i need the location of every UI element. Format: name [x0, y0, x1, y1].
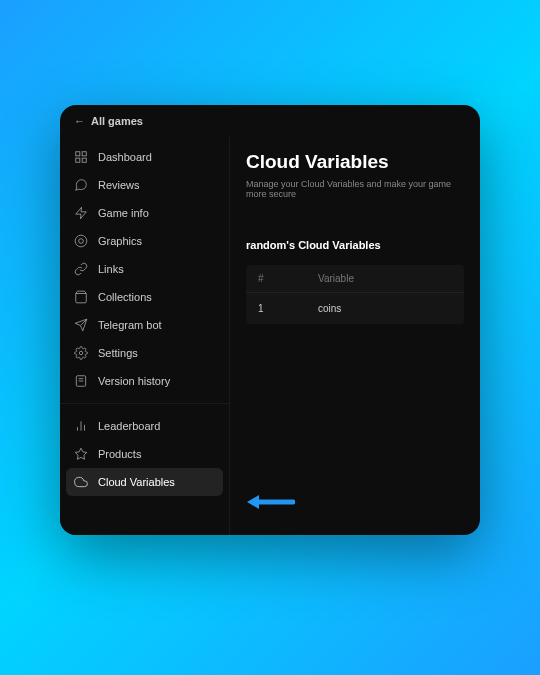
variables-table: # Variable 1 coins	[246, 265, 464, 324]
telegram-icon	[74, 318, 88, 332]
sidebar-item-cloud-variables[interactable]: Cloud Variables	[66, 468, 223, 496]
svg-point-10	[79, 351, 83, 355]
sidebar-item-graphics[interactable]: Graphics	[60, 227, 229, 255]
section-title: random's Cloud Variables	[246, 239, 464, 251]
page-title: Cloud Variables	[246, 151, 464, 173]
sidebar-label: Telegram bot	[98, 319, 162, 331]
sidebar-divider	[60, 403, 229, 404]
sidebar-label: Dashboard	[98, 151, 152, 163]
sidebar-item-settings[interactable]: Settings	[60, 339, 229, 367]
app-window: ← All games Dashboard Reviews Game info	[60, 105, 480, 535]
gameinfo-icon	[74, 206, 88, 220]
sidebar-label: Products	[98, 448, 141, 460]
svg-marker-4	[76, 207, 87, 219]
sidebar-item-links[interactable]: Links	[60, 255, 229, 283]
sidebar-section-2: Leaderboard Products Cloud Variables	[60, 406, 229, 502]
collections-icon	[74, 290, 88, 304]
settings-icon	[74, 346, 88, 360]
sidebar-item-reviews[interactable]: Reviews	[60, 171, 229, 199]
sidebar-item-products[interactable]: Products	[60, 440, 229, 468]
graphics-icon	[74, 234, 88, 248]
sidebar: Dashboard Reviews Game info Graphics Lin	[60, 137, 230, 535]
sidebar-label: Reviews	[98, 179, 140, 191]
sidebar-item-gameinfo[interactable]: Game info	[60, 199, 229, 227]
sidebar-label: Collections	[98, 291, 152, 303]
cloud-icon	[74, 475, 88, 489]
col-header-num: #	[258, 273, 318, 284]
sidebar-label: Game info	[98, 207, 149, 219]
svg-point-5	[75, 235, 87, 247]
table-header: # Variable	[246, 265, 464, 293]
sidebar-section-1: Dashboard Reviews Game info Graphics Lin	[60, 137, 229, 401]
sidebar-item-collections[interactable]: Collections	[60, 283, 229, 311]
svg-rect-1	[82, 152, 86, 156]
sidebar-label: Leaderboard	[98, 420, 160, 432]
links-icon	[74, 262, 88, 276]
sidebar-item-version[interactable]: Version history	[60, 367, 229, 395]
content-area: Dashboard Reviews Game info Graphics Lin	[60, 137, 480, 535]
sidebar-item-leaderboard[interactable]: Leaderboard	[60, 412, 229, 440]
sidebar-label: Version history	[98, 375, 170, 387]
leaderboard-icon	[74, 419, 88, 433]
svg-rect-3	[82, 158, 86, 162]
col-header-variable: Variable	[318, 273, 452, 284]
cell-num: 1	[258, 303, 318, 314]
svg-rect-2	[76, 158, 80, 162]
products-icon	[74, 447, 88, 461]
reviews-icon	[74, 178, 88, 192]
svg-rect-0	[76, 152, 80, 156]
back-to-games-link[interactable]: ← All games	[60, 105, 480, 137]
sidebar-label: Links	[98, 263, 124, 275]
sidebar-item-dashboard[interactable]: Dashboard	[60, 143, 229, 171]
version-icon	[74, 374, 88, 388]
main-panel: Cloud Variables Manage your Cloud Variab…	[230, 137, 480, 535]
svg-point-6	[79, 239, 84, 244]
back-label: All games	[91, 115, 143, 127]
back-arrow-icon: ←	[74, 115, 85, 127]
dashboard-icon	[74, 150, 88, 164]
sidebar-label: Graphics	[98, 235, 142, 247]
table-row[interactable]: 1 coins	[246, 293, 464, 324]
sidebar-label: Settings	[98, 347, 138, 359]
sidebar-item-telegram[interactable]: Telegram bot	[60, 311, 229, 339]
sidebar-label: Cloud Variables	[98, 476, 175, 488]
page-subtitle: Manage your Cloud Variables and make you…	[246, 179, 464, 199]
cell-variable: coins	[318, 303, 452, 314]
svg-marker-17	[75, 448, 87, 459]
